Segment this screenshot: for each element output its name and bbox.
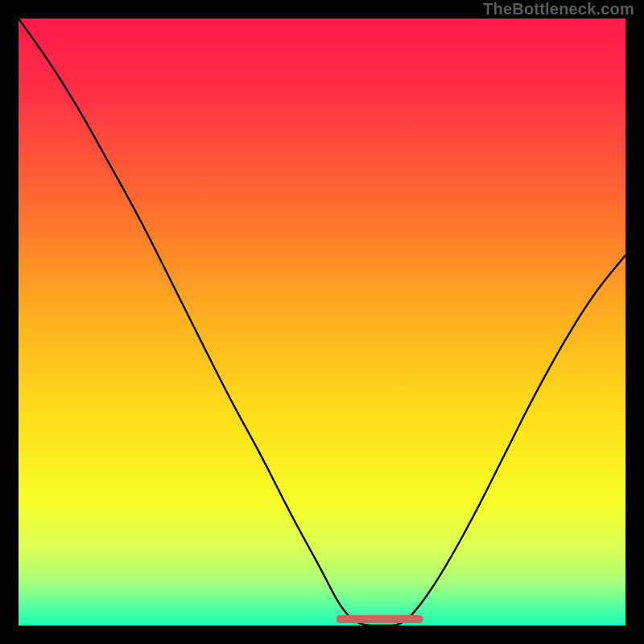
- watermark-text: TheBottleneck.com: [483, 0, 634, 19]
- chart-frame: TheBottleneck.com: [0, 0, 644, 644]
- bottleneck-curve: [19, 19, 625, 625]
- curve-line: [19, 19, 625, 625]
- plot-area: [19, 19, 625, 625]
